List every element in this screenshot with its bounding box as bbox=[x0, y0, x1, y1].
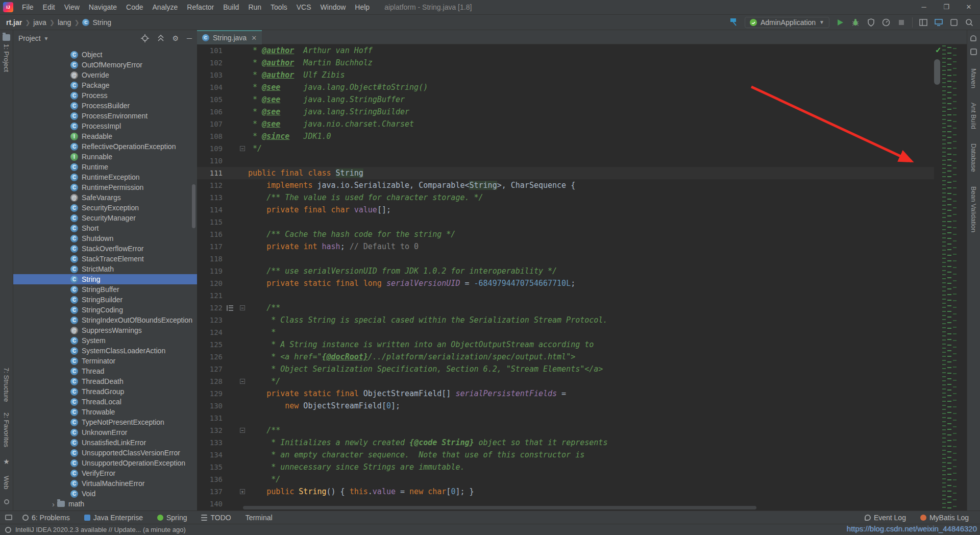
code-line-120[interactable]: 120 private static final long serialVers… bbox=[197, 277, 934, 289]
code-line-104[interactable]: 104 * @see java.lang.Object#toString() bbox=[197, 81, 934, 93]
close-tab-icon[interactable]: ✕ bbox=[251, 34, 257, 42]
code-line-113[interactable]: 113 /** The value is used for character … bbox=[197, 191, 934, 204]
code-line-107[interactable]: 107 * @see java.nio.charset.Charset bbox=[197, 118, 934, 130]
project-item-ThreadGroup[interactable]: CThreadGroup bbox=[13, 386, 197, 397]
project-item-Override[interactable]: @Override bbox=[13, 70, 197, 80]
chevron-right-icon[interactable]: › bbox=[52, 500, 55, 508]
build-hammer-icon[interactable] bbox=[729, 18, 739, 27]
gear-icon[interactable]: ⚙ bbox=[173, 34, 179, 42]
menu-run[interactable]: Run bbox=[243, 0, 266, 14]
project-item-ReflectiveOperationException[interactable]: CReflectiveOperationException bbox=[13, 141, 197, 152]
code-line-108[interactable]: 108 * @since JDK1.0 bbox=[197, 130, 934, 142]
project-item-RuntimeException[interactable]: CRuntimeException bbox=[13, 172, 197, 182]
menu-code[interactable]: Code bbox=[121, 0, 148, 14]
project-item-Process[interactable]: CProcess bbox=[13, 90, 197, 101]
project-item-StackOverflowError[interactable]: CStackOverflowError bbox=[13, 244, 197, 254]
project-item-StrictMath[interactable]: CStrictMath bbox=[13, 264, 197, 274]
project-item-Object[interactable]: CObject bbox=[13, 50, 197, 60]
menu-tools[interactable]: Tools bbox=[266, 0, 292, 14]
tool-button-project[interactable]: 1: Project bbox=[3, 44, 10, 72]
tool-button-mybatis-log[interactable]: MyBatis Log bbox=[914, 512, 975, 524]
code-line-110[interactable]: 110 bbox=[197, 155, 934, 167]
menu-window[interactable]: Window bbox=[316, 0, 351, 14]
project-item-UnsupportedClassVersionError[interactable]: CUnsupportedClassVersionError bbox=[13, 448, 197, 458]
fold-marker-icon[interactable]: − bbox=[240, 379, 245, 384]
project-item-StackTraceElement[interactable]: CStackTraceElement bbox=[13, 254, 197, 264]
code-line-126[interactable]: 126 * <a href="{@docRoot}/../platform/se… bbox=[197, 351, 934, 363]
tool-button-structure[interactable]: 7: Structure bbox=[3, 368, 10, 402]
code-line-116[interactable]: 116 /** Cache the hash code for the stri… bbox=[197, 228, 934, 240]
menu-refactor[interactable]: Refactor bbox=[182, 0, 218, 14]
unfold-marker-icon[interactable]: + bbox=[240, 489, 245, 494]
project-item-OutOfMemoryError[interactable]: COutOfMemoryError bbox=[13, 60, 197, 70]
tool-button-todo[interactable]: TODO bbox=[195, 512, 237, 524]
code-line-134[interactable]: 134 * an empty character sequence. Note … bbox=[197, 449, 934, 461]
project-item-UnsatisfiedLinkError[interactable]: CUnsatisfiedLinkError bbox=[13, 437, 197, 448]
editor-vertical-scrollbar[interactable] bbox=[934, 59, 940, 85]
breadcrumb-rt.jar[interactable]: rt.jar bbox=[5, 18, 23, 27]
tool-button-ant-build[interactable]: Ant Build bbox=[970, 103, 977, 129]
tool-button-terminal[interactable]: Terminal bbox=[239, 512, 279, 524]
code-line-114[interactable]: 114 private final char value[]; bbox=[197, 204, 934, 216]
project-item-Runnable[interactable]: IRunnable bbox=[13, 152, 197, 162]
project-item-ProcessBuilder[interactable]: CProcessBuilder bbox=[13, 101, 197, 111]
inspections-ok-icon[interactable]: ✓ bbox=[935, 45, 942, 55]
project-item-SystemClassLoaderAction[interactable]: CSystemClassLoaderAction bbox=[13, 346, 197, 356]
project-item-System[interactable]: CSystem bbox=[13, 335, 197, 346]
code-line-112[interactable]: 112 implements java.io.Serializable, Com… bbox=[197, 179, 934, 191]
code-line-119[interactable]: 119 /** use serialVersionUID from JDK 1.… bbox=[197, 265, 934, 277]
code-line-125[interactable]: 125 * A String instance is written into … bbox=[197, 338, 934, 351]
project-item-math[interactable]: ›math bbox=[13, 499, 197, 509]
rendered-doc-toggle-icon[interactable] bbox=[227, 305, 233, 311]
menu-view[interactable]: View bbox=[60, 0, 84, 14]
code-line-103[interactable]: 103 * @author Ulf Zibis bbox=[197, 69, 934, 81]
web-tool-icon[interactable] bbox=[4, 499, 9, 504]
project-item-ThreadDeath[interactable]: CThreadDeath bbox=[13, 376, 197, 386]
run-config-selector[interactable]: AdminApplication ▼ bbox=[745, 17, 829, 28]
project-item-SecurityManager[interactable]: CSecurityManager bbox=[13, 213, 197, 223]
fold-marker-icon[interactable]: − bbox=[240, 305, 245, 310]
code-line-137[interactable]: 137+ public String() { this.value = new … bbox=[197, 485, 934, 498]
collapse-all-icon[interactable] bbox=[157, 35, 164, 42]
code-line-135[interactable]: 135 * unnecessary since Strings are immu… bbox=[197, 461, 934, 473]
breadcrumb-lang[interactable]: lang bbox=[57, 18, 72, 27]
code-line-106[interactable]: 106 * @see java.lang.StringBuilder bbox=[197, 106, 934, 118]
tool-button-database[interactable]: Database bbox=[970, 143, 977, 172]
code-line-102[interactable]: 102 * @author Martin Buchholz bbox=[197, 57, 934, 69]
menu-build[interactable]: Build bbox=[218, 0, 243, 14]
quick-access-icon[interactable] bbox=[5, 515, 12, 520]
code-line-130[interactable]: 130 new ObjectStreamField[0]; bbox=[197, 400, 934, 412]
project-item-TypeNotPresentException[interactable]: CTypeNotPresentException bbox=[13, 417, 197, 427]
project-item-Void[interactable]: CVoid bbox=[13, 489, 197, 499]
project-item-StringCoding[interactable]: CStringCoding bbox=[13, 305, 197, 315]
monitor-icon[interactable] bbox=[934, 18, 943, 27]
code-line-124[interactable]: 124 * bbox=[197, 326, 934, 338]
code-line-127[interactable]: 127 * Object Serialization Specification… bbox=[197, 363, 934, 375]
code-line-131[interactable]: 131 bbox=[197, 412, 934, 424]
locate-icon[interactable] bbox=[141, 34, 149, 42]
fold-marker-icon[interactable]: − bbox=[240, 146, 245, 151]
editor-horizontal-scrollbar[interactable] bbox=[243, 506, 756, 509]
tool-button-6-problems[interactable]: 6: Problems bbox=[16, 512, 76, 524]
project-item-Terminator[interactable]: CTerminator bbox=[13, 356, 197, 366]
tab-string-java[interactable]: C String.java ✕ bbox=[197, 30, 262, 44]
project-item-SafeVarargs[interactable]: @SafeVarargs bbox=[13, 192, 197, 203]
search-icon[interactable] bbox=[965, 18, 974, 27]
tool-button-maven[interactable]: Maven bbox=[970, 68, 977, 88]
project-item-Short[interactable]: CShort bbox=[13, 223, 197, 233]
stop-icon[interactable] bbox=[897, 18, 906, 27]
layout-icon[interactable] bbox=[919, 18, 928, 27]
favorites-star-icon[interactable]: ★ bbox=[3, 457, 10, 466]
project-item-VerifyError[interactable]: CVerifyError bbox=[13, 468, 197, 478]
code-line-121[interactable]: 121 bbox=[197, 289, 934, 302]
project-item-Shutdown[interactable]: CShutdown bbox=[13, 233, 197, 244]
code-line-115[interactable]: 115 bbox=[197, 216, 934, 228]
breadcrumb-String[interactable]: String bbox=[91, 18, 112, 27]
project-item-StringBuffer[interactable]: CStringBuffer bbox=[13, 284, 197, 295]
project-item-SecurityException[interactable]: CSecurityException bbox=[13, 203, 197, 213]
project-item-RuntimePermission[interactable]: CRuntimePermission bbox=[13, 182, 197, 192]
tool-button-bean-validation[interactable]: Bean Validation bbox=[970, 186, 977, 232]
project-item-ThreadLocal[interactable]: CThreadLocal bbox=[13, 397, 197, 407]
code-line-122[interactable]: 122− /** bbox=[197, 302, 934, 314]
menu-file[interactable]: File bbox=[17, 0, 38, 14]
